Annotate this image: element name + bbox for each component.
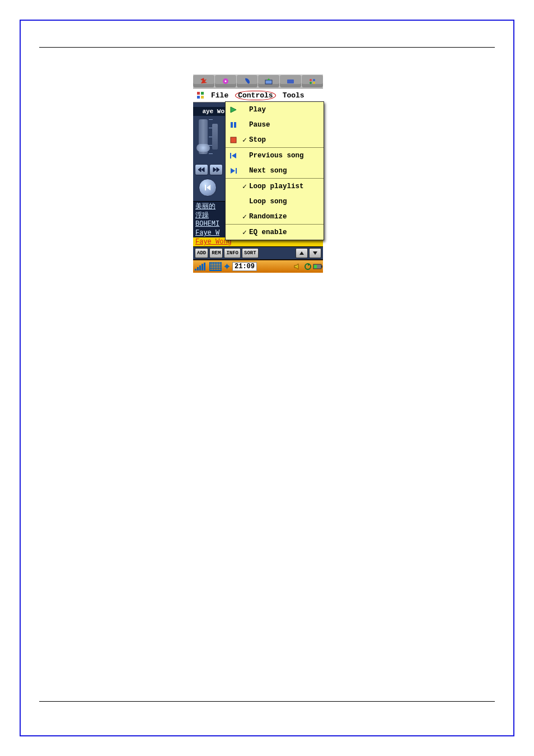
playlist-toolbar: ADD REM INFO SORT [193, 246, 323, 260]
os-icon-apps[interactable] [302, 75, 323, 87]
dropdown-previous[interactable]: Previous song [226, 148, 324, 163]
scroll-down-button[interactable] [309, 248, 321, 258]
eq-indicator [212, 124, 218, 150]
forward-button[interactable] [209, 164, 223, 175]
tray-sound-icon[interactable] [293, 263, 303, 270]
transport-row [195, 164, 223, 175]
dropdown-loop-song[interactable]: Loop song [226, 194, 324, 209]
volume-thumb[interactable] [196, 144, 210, 152]
add-button[interactable]: ADD [195, 248, 208, 258]
os-top-iconbar [193, 74, 323, 88]
os-icon-disk[interactable] [215, 75, 236, 87]
checkmark-icon: ✓ [240, 182, 249, 191]
dropdown-next[interactable]: Next song [226, 163, 324, 178]
bluetooth-icon: ⌖ [223, 262, 231, 272]
dropdown-label: Next song [249, 167, 287, 175]
svg-rect-9 [201, 92, 204, 95]
rem-button[interactable]: REM [209, 248, 223, 258]
checkmark-icon: ✓ [240, 136, 249, 144]
svg-point-5 [313, 79, 315, 81]
previous-icon [228, 152, 239, 159]
previous-round-button[interactable] [199, 179, 217, 197]
svg-rect-21 [236, 168, 237, 174]
rewind-button[interactable] [195, 164, 208, 175]
os-icon-card[interactable] [280, 75, 301, 87]
dropdown-label: Loop song [249, 198, 287, 206]
signal-icon [193, 263, 207, 270]
dropdown-label: Pause [249, 121, 270, 129]
app-icon [196, 91, 204, 99]
dropdown-randomize[interactable]: ✓ Randomize [226, 209, 324, 224]
menu-controls[interactable]: Controls [235, 91, 275, 100]
app-menu-bar: File Controls Tools [193, 88, 323, 102]
checkmark-icon: ✓ [240, 228, 249, 237]
svg-rect-20 [230, 153, 231, 158]
dropdown-eq-enable[interactable]: ✓ EQ enable [226, 225, 324, 240]
svg-rect-17 [231, 122, 233, 128]
svg-rect-8 [197, 92, 200, 95]
dropdown-label: Randomize [249, 213, 287, 221]
menu-file[interactable]: File [211, 91, 228, 100]
os-icon-fixit[interactable] [193, 75, 214, 87]
svg-rect-19 [231, 137, 236, 143]
info-button[interactable]: INFO [224, 248, 241, 258]
play-icon [228, 106, 239, 113]
controls-dropdown: Play Pause ✓ Stop Previous song [225, 101, 324, 240]
os-bottom-bar: ⌖ 21:09 [193, 260, 323, 273]
svg-rect-10 [197, 96, 200, 99]
svg-rect-11 [201, 96, 204, 99]
svg-rect-12 [205, 185, 206, 190]
dropdown-label: Loop playlist [249, 183, 304, 190]
svg-rect-3 [287, 80, 294, 83]
header-rule [39, 47, 495, 48]
dropdown-label: Play [249, 106, 266, 114]
dropdown-label: Stop [249, 136, 266, 144]
svg-rect-15 [321, 265, 322, 268]
svg-point-4 [310, 79, 312, 81]
next-icon [228, 167, 239, 174]
keyboard-icon[interactable] [209, 262, 222, 271]
dropdown-play[interactable]: Play [226, 102, 324, 117]
svg-point-6 [310, 82, 312, 84]
volume-slider[interactable] [199, 119, 208, 154]
dropdown-label: EQ enable [249, 228, 287, 236]
stop-icon [228, 137, 239, 143]
clock: 21:09 [232, 262, 257, 271]
tray-sync-icon[interactable] [303, 263, 313, 270]
svg-rect-18 [234, 122, 236, 128]
pause-icon [228, 122, 239, 128]
dropdown-pause[interactable]: Pause [226, 117, 324, 132]
os-icon-phone[interactable] [237, 75, 258, 87]
menu-tools[interactable]: Tools [283, 91, 305, 100]
dropdown-label: Previous song [249, 152, 304, 160]
now-playing: aye Wo [193, 107, 226, 116]
svg-point-7 [313, 82, 315, 84]
os-icon-inbox[interactable] [258, 75, 279, 87]
sort-button[interactable]: SORT [242, 248, 259, 258]
footer-rule [39, 701, 495, 702]
dropdown-loop-playlist[interactable]: ✓ Loop playlist [226, 179, 324, 194]
scroll-up-button[interactable] [296, 248, 308, 258]
tray-battery-icon [313, 264, 323, 269]
checkmark-icon: ✓ [240, 212, 249, 221]
svg-rect-2 [265, 80, 272, 84]
svg-point-1 [224, 81, 226, 82]
device-screenshot: File Controls Tools aye Wo 美丽的 浮躁 BOHEMI [193, 74, 323, 273]
svg-rect-16 [314, 265, 317, 268]
dropdown-stop[interactable]: ✓ Stop [226, 132, 324, 147]
